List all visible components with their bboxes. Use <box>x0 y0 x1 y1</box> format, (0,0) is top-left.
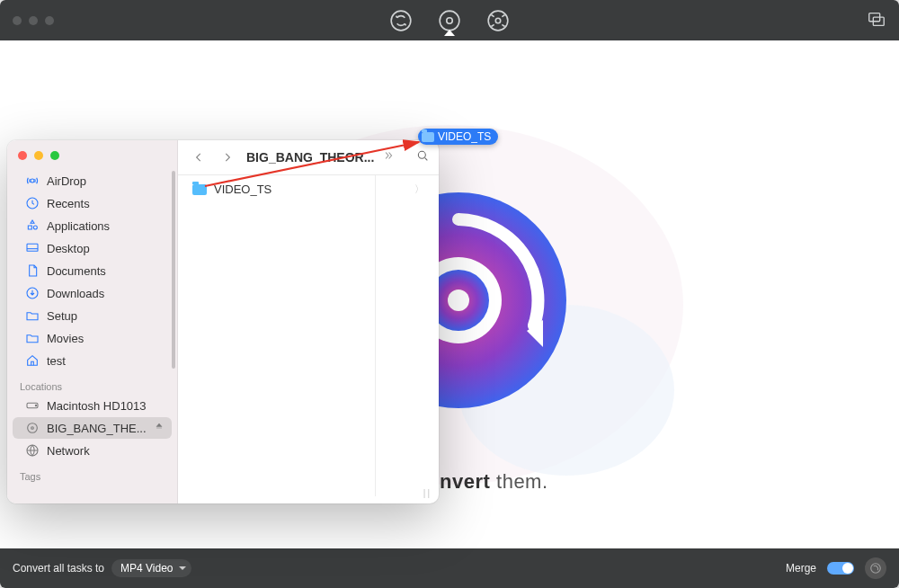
folder-icon <box>25 331 40 345</box>
svg-point-3 <box>488 11 508 31</box>
minimize-dot[interactable] <box>34 151 43 160</box>
sidebar-item-network[interactable]: Network <box>13 440 172 461</box>
sidebar-item-setup[interactable]: Setup <box>13 305 172 326</box>
doc-icon <box>25 263 40 278</box>
svg-point-19 <box>33 226 37 229</box>
sidebar-item-label: BIG_BANG_THE... <box>47 422 147 435</box>
sidebar-item-downloads[interactable]: Downloads <box>13 282 172 304</box>
bottombar: Convert all tasks to MP4 Video Merge <box>0 548 899 588</box>
sidebar-item-label: Documents <box>47 264 106 278</box>
list-item[interactable]: VIDEO_TS 〉 <box>183 177 433 201</box>
sidebar-item-label: Macintosh HD1013 <box>47 399 147 413</box>
search-button[interactable] <box>415 148 430 166</box>
sidebar-item-macintosh-hd[interactable]: Macintosh HD1013 <box>13 395 172 416</box>
svg-point-2 <box>447 17 453 23</box>
minimize-dot[interactable] <box>29 16 38 25</box>
finder-toolbar: BIG_BANG_THEOR... <box>178 140 439 174</box>
start-button[interactable] <box>865 557 886 579</box>
globe-icon <box>25 443 40 458</box>
svg-point-15 <box>871 564 881 574</box>
sidebar-item-bigbang-disc[interactable]: BIG_BANG_THE... <box>13 417 172 439</box>
zoom-dot[interactable] <box>50 151 59 160</box>
sync-icon[interactable] <box>387 6 415 35</box>
svg-point-0 <box>391 11 411 31</box>
sidebar-item-label: AirDrop <box>47 174 86 188</box>
finder-window-controls <box>7 149 177 169</box>
svg-point-23 <box>35 405 36 405</box>
sidebar-item-label: Movies <box>47 332 84 345</box>
svg-point-24 <box>28 423 38 433</box>
folder-icon <box>25 308 40 323</box>
download-icon <box>25 286 40 300</box>
eject-icon[interactable] <box>154 422 165 435</box>
sidebar-item-test[interactable]: test <box>13 350 172 371</box>
apps-icon <box>25 218 40 233</box>
svg-point-17 <box>31 179 34 183</box>
format-select[interactable]: MP4 Video <box>111 559 191 577</box>
svg-rect-20 <box>27 244 38 251</box>
column-resize-handle[interactable]: || <box>423 488 432 498</box>
finder-content[interactable]: VIDEO_TS 〉 || <box>178 174 439 503</box>
chevron-right-icon: 〉 <box>414 183 424 196</box>
window-controls <box>13 16 54 25</box>
airdrop-icon <box>25 174 40 188</box>
disc2-icon <box>25 421 40 435</box>
home-icon <box>25 353 40 368</box>
sidebar-item-label: Network <box>47 444 90 458</box>
sidebar-scrollbar[interactable] <box>172 171 175 369</box>
column-divider[interactable] <box>375 175 376 496</box>
sidebar-item-label: Downloads <box>47 287 104 300</box>
item-label: VIDEO_TS <box>214 183 271 196</box>
drag-badge-label: VIDEO_TS <box>438 130 491 143</box>
drag-badge: VIDEO_TS <box>418 129 498 145</box>
playlist-icon[interactable] <box>867 9 886 32</box>
sidebar-item-applications[interactable]: Applications <box>13 215 172 236</box>
finder-sidebar: AirDrop Recents Applications Desktop Doc… <box>7 140 178 503</box>
merge-label: Merge <box>786 562 816 575</box>
close-dot[interactable] <box>13 16 22 25</box>
disc-icon[interactable] <box>435 6 464 35</box>
sidebar-item-desktop[interactable]: Desktop <box>13 237 172 259</box>
sidebar-item-recents[interactable]: Recents <box>13 192 172 214</box>
sidebar-item-label: Setup <box>47 309 77 323</box>
folder-icon <box>422 132 434 142</box>
close-dot[interactable] <box>18 151 27 160</box>
sidebar-section-locations: Locations <box>7 372 177 394</box>
convert-label: Convert all tasks to <box>13 562 104 575</box>
topbar <box>0 0 899 40</box>
more-chevrons-icon[interactable] <box>381 149 396 165</box>
svg-point-13 <box>448 290 469 311</box>
finder-main: BIG_BANG_THEOR... VIDEO_TS 〉 || <box>178 140 439 503</box>
back-button[interactable] <box>187 146 210 169</box>
svg-point-27 <box>418 151 425 158</box>
topbar-center <box>0 0 899 40</box>
merge-switch[interactable] <box>827 562 854 575</box>
sidebar-item-movies[interactable]: Movies <box>13 327 172 349</box>
sidebar-item-label: Recents <box>47 197 90 210</box>
svg-point-25 <box>31 427 34 430</box>
sidebar-item-label: test <box>47 354 66 368</box>
forward-button[interactable] <box>216 146 239 169</box>
sidebar-item-documents[interactable]: Documents <box>13 260 172 281</box>
desktop-icon <box>25 241 40 255</box>
instruction-suffix: them. <box>490 470 547 493</box>
finder-window: AirDrop Recents Applications Desktop Doc… <box>7 140 439 503</box>
sidebar-item-airdrop[interactable]: AirDrop <box>13 170 172 192</box>
zoom-dot[interactable] <box>45 16 54 25</box>
sidebar-item-label: Applications <box>47 219 110 233</box>
svg-point-1 <box>440 11 459 31</box>
sidebar-section-tags: Tags <box>7 462 177 484</box>
clock-icon <box>25 196 40 210</box>
folder-icon <box>192 184 207 195</box>
dvd-icon[interactable] <box>484 6 512 35</box>
hdd-icon <box>25 398 40 413</box>
sidebar-item-label: Desktop <box>47 242 90 255</box>
svg-point-4 <box>495 18 500 22</box>
finder-title: BIG_BANG_THEOR... <box>246 150 374 165</box>
